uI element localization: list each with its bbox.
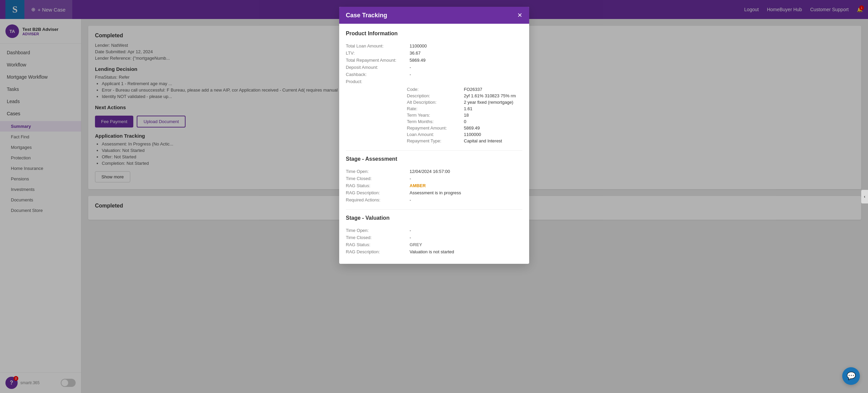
- valuation-time-closed-row: Time Closed: -: [346, 235, 522, 240]
- total-loan-label: Total Loan Amount:: [346, 43, 407, 48]
- loan-amount-row: Loan Amount: 1100000: [407, 132, 522, 137]
- term-months-label: Term Months:: [407, 119, 461, 124]
- cashback-value: -: [410, 72, 411, 77]
- assessment-rag-desc-value: Assessment is in progress: [410, 190, 461, 195]
- total-repayment-label: Total Repayment Amount:: [346, 58, 407, 63]
- description-value: 2yf 1.61% 310823 75% rm: [464, 93, 516, 98]
- valuation-time-open-row: Time Open: -: [346, 228, 522, 233]
- valuation-rag-status-label: RAG Status:: [346, 242, 407, 247]
- term-years-row: Term Years: 18: [407, 113, 522, 118]
- code-row: Code: FO26337: [407, 87, 522, 92]
- product-info-title: Product Information: [346, 31, 522, 38]
- stage-valuation-title: Stage - Valuation: [346, 215, 522, 222]
- product-info-grid: Total Loan Amount: 1100000 LTV: 36.67 To…: [346, 43, 522, 84]
- rate-row: Rate: 1.61: [407, 106, 522, 111]
- product-row: Product:: [346, 79, 522, 84]
- term-months-value: 0: [464, 119, 466, 124]
- assessment-rag-desc-label: RAG Description:: [346, 190, 407, 195]
- rate-label: Rate:: [407, 106, 461, 111]
- chat-button[interactable]: 💬: [842, 367, 860, 385]
- code-label: Code:: [407, 87, 461, 92]
- assessment-rag-status-label: RAG Status:: [346, 183, 407, 188]
- stage-assessment-title: Stage - Assessment: [346, 156, 522, 163]
- assessment-rag-status-row: RAG Status: AMBER: [346, 183, 522, 188]
- valuation-rag-status-value: GREY: [410, 242, 422, 247]
- valuation-rag-desc-row: RAG Description: Valuation is not starte…: [346, 249, 522, 254]
- cashback-label: Cashback:: [346, 72, 407, 77]
- valuation-grid: Time Open: - Time Closed: - RAG Status: …: [346, 228, 522, 254]
- repayment-amount-value: 5869.49: [464, 125, 480, 131]
- term-years-label: Term Years:: [407, 113, 461, 118]
- modal-close-button[interactable]: ✕: [517, 12, 522, 19]
- assessment-time-closed-row: Time Closed: -: [346, 176, 522, 181]
- deposit-row: Deposit Amount: -: [346, 65, 522, 70]
- total-loan-value: 1100000: [410, 43, 427, 48]
- assessment-required-actions-label: Required Actions:: [346, 197, 407, 202]
- total-repayment-row: Total Repayment Amount: 5869.49: [346, 58, 522, 63]
- code-value: FO26337: [464, 87, 482, 92]
- product-nested-grid: Code: FO26337 Description: 2yf 1.61% 310…: [407, 87, 522, 143]
- assessment-time-open-value: 12/04/2024 16:57:00: [410, 169, 450, 174]
- rate-value: 1.61: [464, 106, 472, 111]
- assessment-grid: Time Open: 12/04/2024 16:57:00 Time Clos…: [346, 169, 522, 202]
- assessment-rag-status-value: AMBER: [410, 183, 426, 188]
- repayment-amount-label: Repayment Amount:: [407, 125, 461, 131]
- cashback-row: Cashback: -: [346, 72, 522, 77]
- term-months-row: Term Months: 0: [407, 119, 522, 124]
- valuation-time-closed-label: Time Closed:: [346, 235, 407, 240]
- ltv-label: LTV:: [346, 51, 407, 56]
- deposit-value: -: [410, 65, 411, 70]
- repayment-type-label: Repayment Type:: [407, 138, 461, 143]
- loan-amount-value: 1100000: [464, 132, 481, 137]
- total-repayment-value: 5869.49: [410, 58, 426, 63]
- modal-title: Case Tracking: [346, 12, 387, 19]
- alt-description-row: Alt Description: 2 year fixed (remortgag…: [407, 100, 522, 105]
- assessment-required-actions-row: Required Actions: -: [346, 197, 522, 202]
- deposit-label: Deposit Amount:: [346, 65, 407, 70]
- assessment-time-open-row: Time Open: 12/04/2024 16:57:00: [346, 169, 522, 174]
- ltv-value: 36.67: [410, 51, 421, 56]
- valuation-time-closed-value: -: [410, 235, 411, 240]
- repayment-type-value: Capital and Interest: [464, 138, 502, 143]
- product-label: Product:: [346, 79, 407, 84]
- loan-amount-label: Loan Amount:: [407, 132, 461, 137]
- assessment-rag-desc-row: RAG Description: Assessment is in progre…: [346, 190, 522, 195]
- repayment-type-row: Repayment Type: Capital and Interest: [407, 138, 522, 143]
- alt-description-label: Alt Description:: [407, 100, 461, 105]
- term-years-value: 18: [464, 113, 469, 118]
- modal-overlay[interactable]: Case Tracking ✕ Product Information Tota…: [0, 0, 868, 393]
- ltv-row: LTV: 36.67: [346, 51, 522, 56]
- repayment-amount-row: Repayment Amount: 5869.49: [407, 125, 522, 131]
- modal-header: Case Tracking ✕: [339, 7, 529, 24]
- assessment-time-open-label: Time Open:: [346, 169, 407, 174]
- stage-valuation-block: Stage - Valuation Time Open: - Time Clos…: [346, 209, 522, 254]
- description-label: Description:: [407, 93, 461, 98]
- description-row: Description: 2yf 1.61% 310823 75% rm: [407, 93, 522, 98]
- valuation-rag-status-row: RAG Status: GREY: [346, 242, 522, 247]
- stage-assessment-block: Stage - Assessment Time Open: 12/04/2024…: [346, 150, 522, 202]
- modal-body[interactable]: Product Information Total Loan Amount: 1…: [339, 24, 529, 264]
- valuation-rag-desc-value: Valuation is not started: [410, 249, 454, 254]
- alt-description-value: 2 year fixed (remortgage): [464, 100, 514, 105]
- case-tracking-modal: Case Tracking ✕ Product Information Tota…: [339, 7, 529, 264]
- valuation-time-open-value: -: [410, 228, 411, 233]
- collapse-panel-button[interactable]: ‹: [861, 190, 868, 203]
- assessment-required-actions-value: -: [410, 197, 411, 202]
- total-loan-row: Total Loan Amount: 1100000: [346, 43, 522, 48]
- valuation-rag-desc-label: RAG Description:: [346, 249, 407, 254]
- assessment-time-closed-label: Time Closed:: [346, 176, 407, 181]
- assessment-time-closed-value: -: [410, 176, 411, 181]
- valuation-time-open-label: Time Open:: [346, 228, 407, 233]
